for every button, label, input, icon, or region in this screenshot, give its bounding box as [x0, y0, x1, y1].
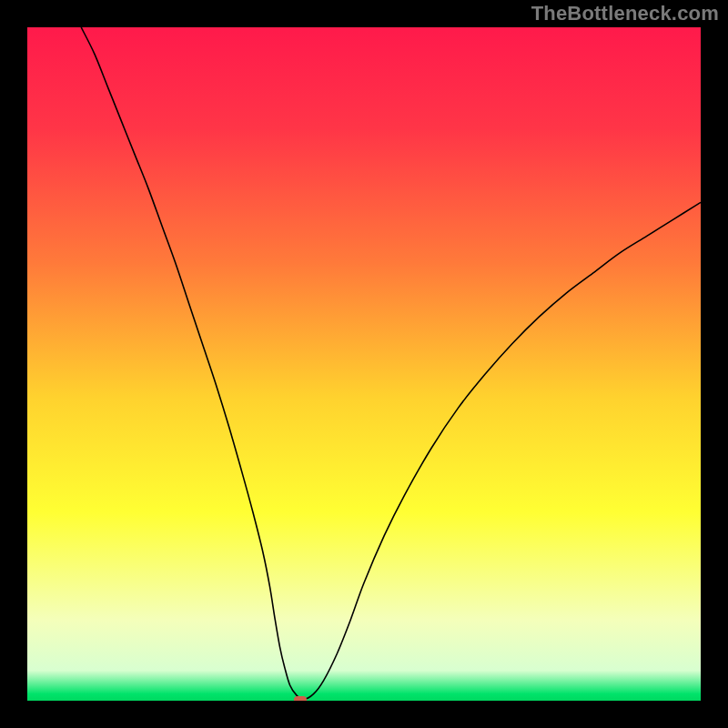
watermark-text: TheBottleneck.com: [531, 2, 719, 25]
chart-frame: [0, 0, 728, 728]
